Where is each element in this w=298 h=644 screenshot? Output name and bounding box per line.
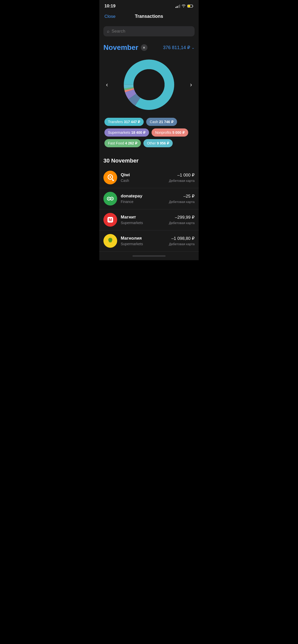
donut-chart-container: ‹ › (103, 57, 195, 113)
table-row[interactable]: 🌿 Магнолия Supermarkets –1 098,80 ₽ Дебе… (99, 230, 199, 252)
transaction-card: Дебетовая карта (169, 200, 195, 204)
svg-rect-1 (193, 5, 193, 7)
transaction-category: Cash (121, 179, 165, 183)
legend-other[interactable]: Other 9 956 ₽ (143, 139, 173, 147)
legend-nonprofits[interactable]: Nonprofits 5 000 ₽ (152, 128, 188, 137)
transaction-info: donatepay Finance (121, 194, 165, 204)
month-clear-button[interactable]: ✕ (141, 44, 147, 51)
transaction-card: Дебетовая карта (169, 179, 195, 183)
donut-chart (124, 59, 174, 110)
signal-icon (175, 4, 180, 8)
transaction-category: Finance (121, 200, 165, 204)
legend-transfers-label: Transfers (108, 120, 123, 124)
legend-cash-label: Cash (150, 120, 158, 124)
month-title: November (103, 43, 138, 52)
transaction-list: Qiwi Cash –1 000 ₽ Дебетовая карта donat… (99, 167, 199, 252)
month-amount[interactable]: 376 811,14 ₽ ⌄ (163, 45, 195, 50)
transaction-info: Магнолия Supermarkets (121, 236, 165, 246)
search-input[interactable] (112, 29, 191, 34)
svg-point-17 (111, 198, 112, 199)
status-bar: 10:19 (99, 0, 199, 11)
transaction-right: –25 ₽ Дебетовая карта (169, 194, 195, 204)
legend-nonprofits-amount: 5 000 ₽ (172, 130, 185, 135)
donatepay-avatar (103, 192, 117, 206)
legend-fastfood[interactable]: Fast Food 4 262 ₽ (104, 139, 141, 147)
legend-supermarkets[interactable]: Supermarkets 18 400 ₽ (104, 128, 149, 137)
legend-cash[interactable]: Cash 21 746 ₽ (146, 118, 177, 126)
svg-point-16 (108, 198, 109, 199)
main-content: November ✕ 376 811,14 ₽ ⌄ ‹ (99, 39, 199, 152)
legend-other-label: Other (147, 141, 156, 145)
legend-supermarkets-amount: 18 400 ₽ (131, 130, 145, 135)
nav-bar: Close Transactions (99, 11, 199, 23)
search-container: ⌕ (99, 23, 199, 39)
chevron-down-icon: ⌄ (192, 46, 195, 50)
close-button[interactable]: Close (104, 14, 115, 19)
svg-text:🌿: 🌿 (109, 238, 112, 241)
svg-point-13 (112, 180, 114, 181)
battery-icon (187, 5, 194, 8)
status-icons (175, 4, 194, 8)
month-header: November ✕ 376 811,14 ₽ ⌄ (103, 43, 195, 52)
table-row[interactable]: Qiwi Cash –1 000 ₽ Дебетовая карта (99, 167, 199, 188)
transaction-amount: –25 ₽ (169, 194, 195, 199)
home-indicator (132, 255, 166, 257)
transaction-right: –299,99 ₽ Дебетовая карта (169, 215, 195, 225)
status-time: 10:19 (104, 4, 115, 9)
qiwi-avatar (103, 171, 117, 184)
transaction-category: Supermarkets (121, 221, 165, 225)
transaction-info: Qiwi Cash (121, 172, 165, 183)
transaction-name: donatepay (121, 194, 165, 199)
transaction-amount: –299,99 ₽ (169, 215, 195, 220)
legend-cash-amount: 21 746 ₽ (159, 120, 173, 124)
legend-transfers-amount: 317 447 ₽ (124, 120, 140, 124)
legend-area: Transfers 317 447 ₽ Cash 21 746 ₽ Superm… (103, 118, 195, 152)
transaction-name: Магнолия (121, 236, 165, 241)
section-date: 30 November (99, 152, 199, 167)
table-row[interactable]: donatepay Finance –25 ₽ Дебетовая карта (99, 188, 199, 209)
legend-fastfood-amount: 4 262 ₽ (125, 141, 137, 145)
transaction-right: –1 000 ₽ Дебетовая карта (169, 172, 195, 183)
magnit-avatar: М (103, 213, 117, 227)
transaction-amount: –1 098,80 ₽ (169, 236, 195, 241)
legend-supermarkets-label: Supermarkets (108, 130, 130, 135)
magnolia-avatar: 🌿 (103, 234, 117, 248)
month-left: November ✕ (103, 43, 147, 52)
prev-month-button[interactable]: ‹ (103, 79, 111, 91)
svg-point-9 (133, 69, 165, 100)
table-row[interactable]: М Магнит Supermarkets –299,99 ₽ Дебетова… (99, 209, 199, 230)
svg-text:М: М (109, 218, 112, 222)
transaction-name: Qiwi (121, 172, 165, 178)
search-icon: ⌕ (107, 29, 110, 34)
next-month-button[interactable]: › (187, 79, 195, 91)
svg-point-11 (110, 176, 111, 178)
page-title: Transactions (135, 14, 163, 19)
transaction-info: Магнит Supermarkets (121, 215, 165, 225)
legend-other-amount: 9 956 ₽ (157, 141, 169, 145)
month-amount-value: 376 811,14 ₽ (163, 45, 190, 50)
legend-nonprofits-label: Nonprofits (155, 130, 171, 135)
transaction-amount: –1 000 ₽ (169, 172, 195, 178)
transaction-right: –1 098,80 ₽ Дебетовая карта (169, 236, 195, 246)
legend-transfers[interactable]: Transfers 317 447 ₽ (104, 118, 144, 126)
wifi-icon (182, 4, 186, 8)
transaction-card: Дебетовая карта (169, 221, 195, 225)
bottom-bar (99, 252, 199, 260)
transaction-card: Дебетовая карта (169, 242, 195, 246)
transaction-name: Магнит (121, 215, 165, 220)
legend-fastfood-label: Fast Food (108, 141, 124, 145)
transaction-category: Supermarkets (121, 242, 165, 246)
svg-rect-2 (188, 5, 190, 7)
search-bar[interactable]: ⌕ (103, 26, 195, 36)
